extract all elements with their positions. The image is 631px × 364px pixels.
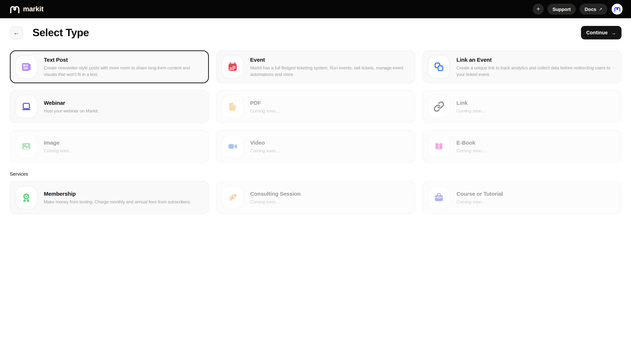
card-course-or-tutorial: Course or Tutorial Coming soon... xyxy=(422,181,622,214)
card-description: Create newsletter-style posts with more … xyxy=(44,64,203,78)
card-title: Course or Tutorial xyxy=(456,190,503,196)
card-title: Membership xyxy=(44,190,191,196)
card-membership[interactable]: Membership Make money from texting. Char… xyxy=(10,181,209,214)
card-description: Coming soon... xyxy=(250,108,279,114)
markit-avatar-icon xyxy=(614,6,620,12)
newspaper-icon xyxy=(15,55,37,78)
page-header: ← Select Type Continue → xyxy=(10,26,622,40)
external-link-icon: ↗ xyxy=(599,7,602,12)
card-event[interactable]: Event Markit has a full fledged ticketin… xyxy=(216,50,415,83)
markit-logo-icon xyxy=(10,5,20,13)
brand-name: markit xyxy=(23,5,44,13)
laptop-icon xyxy=(15,95,37,118)
card-title: PDF xyxy=(250,100,279,106)
card-image: Image Coming soon... xyxy=(10,130,209,163)
app-window: markit + Support Docs ↗ ← xyxy=(0,0,631,364)
open-book-icon xyxy=(428,135,450,158)
medal-icon xyxy=(15,186,37,209)
card-description: Make money from texting. Charge monthly … xyxy=(44,198,191,205)
card-description: Coming soon... xyxy=(250,147,279,154)
arrow-right-icon: → xyxy=(611,30,616,36)
card-ebook: E-Book Coming soon... xyxy=(422,130,622,163)
card-description: Coming soon... xyxy=(456,147,486,154)
card-title: E-Book xyxy=(456,139,486,146)
card-description: Create a unique link to track analytics … xyxy=(456,64,615,78)
linked-squares-icon xyxy=(428,55,450,78)
card-link: Link Coming soon... xyxy=(422,90,622,123)
card-title: Text Post xyxy=(44,56,203,62)
plus-icon: + xyxy=(536,6,540,12)
page-title: Select Type xyxy=(32,27,89,39)
card-description: Coming soon... xyxy=(250,198,300,205)
services-grid: Membership Make money from texting. Char… xyxy=(10,181,622,214)
topbar: markit + Support Docs ↗ xyxy=(0,0,631,18)
card-title: Link xyxy=(456,100,486,106)
card-video: Video Coming soon... xyxy=(216,130,415,163)
docs-label: Docs xyxy=(584,6,596,12)
card-description: Coming soon... xyxy=(44,147,73,154)
card-description: Host your webinar on Markit. xyxy=(44,108,98,114)
support-label: Support xyxy=(552,6,571,12)
photo-icon xyxy=(15,135,37,158)
rocket-icon xyxy=(222,186,244,209)
card-description: Coming soon... xyxy=(456,198,503,205)
card-title: Link an Event xyxy=(456,56,615,62)
avatar[interactable] xyxy=(612,4,622,14)
card-consulting-session: Consulting Session Coming soon... xyxy=(216,181,415,214)
card-description: Coming soon... xyxy=(456,108,486,114)
back-arrow-icon: ← xyxy=(13,29,20,36)
card-text-post[interactable]: Text Post Create newsletter-style posts … xyxy=(10,50,209,83)
chain-link-icon xyxy=(428,95,450,118)
content-type-grid: Text Post Create newsletter-style posts … xyxy=(10,50,622,163)
card-webinar[interactable]: Webinar Host your webinar on Markit. xyxy=(10,90,209,123)
card-pdf: PDF Coming soon... xyxy=(216,90,415,123)
services-section-label: Services xyxy=(10,171,622,177)
card-title: Image xyxy=(44,139,73,146)
card-title: Webinar xyxy=(44,100,98,106)
main-content: ← Select Type Continue → xyxy=(0,26,631,214)
support-button[interactable]: Support xyxy=(548,4,576,14)
continue-label: Continue xyxy=(586,30,608,36)
brand-logo[interactable]: markit xyxy=(10,5,44,13)
document-icon xyxy=(222,95,244,118)
continue-button[interactable]: Continue → xyxy=(581,26,622,40)
card-description: Markit has a full fledged ticketing syst… xyxy=(250,64,409,78)
card-link-an-event[interactable]: Link an Event Create a unique link to tr… xyxy=(422,50,622,83)
add-button[interactable]: + xyxy=(533,4,544,14)
card-title: Video xyxy=(250,139,279,146)
card-title: Event xyxy=(250,56,409,62)
calendar-icon xyxy=(222,55,244,78)
docs-button[interactable]: Docs ↗ xyxy=(580,4,607,14)
video-camera-icon xyxy=(222,135,244,158)
briefcase-icon xyxy=(428,186,450,209)
card-title: Consulting Session xyxy=(250,190,300,196)
back-button[interactable]: ← xyxy=(10,26,23,39)
topbar-actions: + Support Docs ↗ xyxy=(533,4,622,14)
